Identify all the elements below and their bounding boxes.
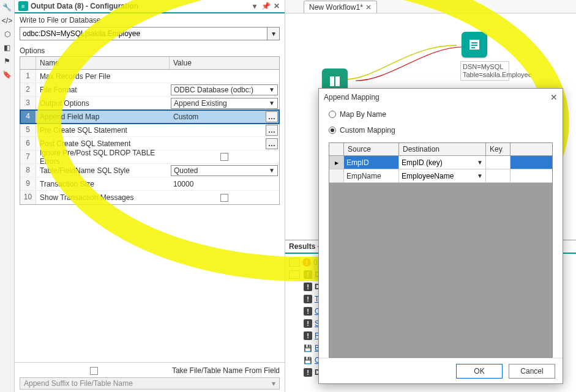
connection-input[interactable] xyxy=(20,27,267,40)
config-body: ≡ Output Data (8) - Configuration ▾ 📌 ✕ … xyxy=(15,0,285,392)
map-by-name-radio[interactable] xyxy=(329,111,336,118)
config-title-bar: ≡ Output Data (8) - Configuration ▾ 📌 ✕ xyxy=(15,0,285,13)
option-row[interactable]: 7Ignore Pre/Post SQL DROP TABLE Errors xyxy=(20,150,279,164)
destination-cell[interactable]: EmployeeName▼ xyxy=(399,169,486,182)
custom-mapping-radio-row[interactable]: Custom Mapping xyxy=(329,124,553,136)
options-table: Name Value 1Max Records Per File2File Fo… xyxy=(20,56,280,205)
mapping-row[interactable]: EmpNameEmployeeName▼ xyxy=(329,169,552,183)
take-field-label: Take File/Table Name From Field xyxy=(172,366,280,375)
pin-icon[interactable]: 📌 xyxy=(261,2,270,10)
mapping-grid[interactable]: Source Destination Key ▸EmpIDEmpID (key)… xyxy=(329,143,552,183)
bottom-section: Take File/Table Name From Field Append S… xyxy=(15,362,285,392)
option-checkbox[interactable] xyxy=(220,153,228,161)
wrench-icon[interactable]: 🔧 xyxy=(2,2,12,12)
warn-icon: ! xyxy=(304,368,312,377)
warn-icon: ! xyxy=(304,319,312,328)
hex-icon[interactable]: ⬡ xyxy=(2,29,12,39)
tag-icon[interactable]: 🔖 xyxy=(2,70,12,80)
col-key: Key xyxy=(486,143,511,155)
ellipsis-button[interactable]: … xyxy=(266,111,278,122)
warn-icon: ! xyxy=(304,307,312,316)
option-row[interactable]: 2File FormatODBC Database (odbc:)▼ xyxy=(20,83,279,97)
custom-mapping-label: Custom Mapping xyxy=(340,126,395,135)
dialog-button-bar: OK Cancel xyxy=(319,358,563,383)
key-cell[interactable] xyxy=(486,169,511,182)
map-by-name-radio-row[interactable]: Map By Name xyxy=(329,108,553,120)
dropdown-icon[interactable]: ▾ xyxy=(250,2,259,10)
option-row[interactable]: 4Append Field MapCustom… xyxy=(20,110,279,124)
options-header: Name Value xyxy=(20,57,279,70)
col-destination: Destination xyxy=(399,143,486,155)
mapping-grid-header: Source Destination Key xyxy=(329,143,552,156)
mapping-grid-container: Source Destination Key ▸EmpIDEmpID (key)… xyxy=(329,142,553,358)
option-dropdown[interactable]: Quoted▼ xyxy=(171,165,278,176)
configuration-panel: 🔧 </> ⬡ ◧ ⚑ 🔖 ≡ Output Data (8) - Config… xyxy=(0,0,285,392)
ok-button[interactable]: OK xyxy=(456,364,503,379)
connection-row: ▾ xyxy=(20,27,280,40)
output-data-icon: ≡ xyxy=(18,1,28,11)
append-mapping-dialog: Append Mapping ✕ Map By Name Custom Mapp… xyxy=(318,88,563,384)
append-suffix-combo[interactable]: Append Suffix to File/Table Name ▾ xyxy=(20,377,280,390)
source-cell: EmpName xyxy=(344,169,399,182)
map-by-name-label: Map By Name xyxy=(340,110,386,119)
col-name: Name xyxy=(36,57,170,69)
dialog-title-bar: Append Mapping ✕ xyxy=(319,89,563,106)
warn-icon: ! xyxy=(304,331,312,340)
output-node-caption: DSN=MySQL Table=sakila.Employee xyxy=(460,61,509,81)
cancel-button[interactable]: Cancel xyxy=(509,364,555,379)
mapping-row[interactable]: ▸EmpIDEmpID (key)▼ xyxy=(329,156,552,169)
custom-mapping-radio[interactable] xyxy=(329,127,336,134)
col-source: Source xyxy=(344,143,399,155)
row-selector[interactable]: ▸ xyxy=(329,156,344,169)
col-value: Value xyxy=(170,57,279,69)
write-to-label: Write to File or Database xyxy=(15,13,285,26)
config-title-text: Output Data (8) - Configuration xyxy=(31,2,138,10)
options-label: Options xyxy=(15,44,285,56)
left-toolstrip: 🔧 </> ⬡ ◧ ⚑ 🔖 xyxy=(0,0,15,392)
warn-icon: ! xyxy=(304,270,312,279)
error-badge-icon[interactable]: ! xyxy=(302,258,311,267)
option-row[interactable]: 10Show Transaction Messages xyxy=(20,191,279,204)
option-row[interactable]: 9Transaction Size10000 xyxy=(20,177,279,191)
row-selector[interactable] xyxy=(329,169,344,182)
option-row[interactable]: 3Output OptionsAppend Existing▼ xyxy=(20,97,279,110)
save-icon: 💾 xyxy=(304,356,312,364)
save-icon: 💾 xyxy=(304,344,312,352)
close-icon[interactable]: ✕ xyxy=(272,2,281,10)
grid-view-icon[interactable] xyxy=(289,258,300,267)
source-cell: EmpID xyxy=(344,156,399,169)
warn-icon: ! xyxy=(304,295,312,303)
workflow-tab-label: New Workflow1* xyxy=(309,3,363,12)
tab-close-icon[interactable]: ✕ xyxy=(365,3,372,12)
option-dropdown[interactable]: Append Existing▼ xyxy=(171,98,278,109)
dialog-close-icon[interactable]: ✕ xyxy=(550,92,558,102)
destination-cell[interactable]: EmpID (key)▼ xyxy=(399,156,486,169)
dialog-title-text: Append Mapping xyxy=(324,93,380,102)
workflow-tab-strip: New Workflow1* ✕ xyxy=(285,0,576,13)
ellipsis-button[interactable]: … xyxy=(266,125,278,136)
warn-icon: ! xyxy=(304,283,312,291)
output-node-icon xyxy=(462,32,487,57)
append-suffix-text: Append Suffix to File/Table Name xyxy=(24,379,133,388)
option-checkbox[interactable] xyxy=(220,194,228,202)
option-row[interactable]: 5Pre Create SQL Statement… xyxy=(20,124,279,137)
workflow-tab[interactable]: New Workflow1* ✕ xyxy=(304,1,377,13)
ellipsis-button[interactable]: … xyxy=(266,138,278,149)
key-cell[interactable] xyxy=(486,156,511,169)
take-field-checkbox[interactable] xyxy=(90,367,98,375)
option-row[interactable]: 1Max Records Per File xyxy=(20,70,279,83)
connection-dropdown-button[interactable]: ▾ xyxy=(267,27,280,40)
option-row[interactable]: 8Table/FieldName SQL StyleQuoted▼ xyxy=(20,164,279,177)
tree-icon[interactable]: ◧ xyxy=(2,43,12,53)
code-icon[interactable]: </> xyxy=(2,16,12,26)
output-node[interactable] xyxy=(462,32,487,57)
list-view-icon[interactable] xyxy=(289,270,300,279)
option-dropdown[interactable]: ODBC Database (odbc:)▼ xyxy=(171,84,278,95)
flag-icon[interactable]: ⚑ xyxy=(2,56,12,66)
